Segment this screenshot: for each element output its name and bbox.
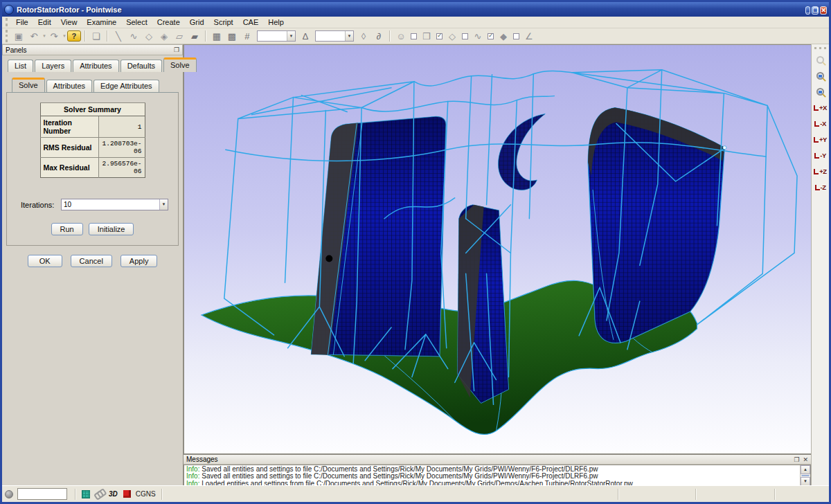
create-domain-icon[interactable]: ◇ bbox=[142, 30, 156, 43]
menu-examine[interactable]: Examine bbox=[82, 17, 121, 27]
scrollbar-thumb[interactable] bbox=[801, 475, 810, 476]
dimension-combobox-arrow-icon[interactable]: ▼ bbox=[287, 31, 295, 41]
titlebar[interactable]: RotorStatorRotor - Pointwise _❐✕ bbox=[2, 2, 829, 17]
dimension-icon[interactable]: # bbox=[240, 30, 254, 43]
angle-combobox[interactable]: ▼ bbox=[315, 30, 354, 42]
orient-icon[interactable]: ◊ bbox=[357, 30, 370, 43]
menu-view[interactable]: View bbox=[56, 17, 82, 27]
messages-close-icon[interactable]: ✕ bbox=[803, 456, 808, 463]
zoom-icon[interactable] bbox=[813, 53, 828, 67]
tab-attributes[interactable]: Attributes bbox=[73, 60, 118, 72]
view-minus-x-button[interactable]: -X bbox=[812, 117, 829, 131]
status-bar: 3D CGNS bbox=[2, 485, 829, 502]
view-plus-x-button[interactable]: +X bbox=[812, 101, 829, 115]
status-progress-field bbox=[17, 488, 67, 500]
view-toolbar-drag-handle[interactable] bbox=[814, 47, 827, 49]
mask-database-icon[interactable]: ☺ bbox=[394, 30, 408, 43]
status-separator bbox=[161, 489, 163, 500]
menu-grid[interactable]: Grid bbox=[185, 17, 209, 27]
redo-dropdown-icon[interactable]: ▼ bbox=[62, 34, 66, 38]
panels-title: Panels bbox=[6, 46, 174, 54]
angle-icon[interactable]: ∆ bbox=[298, 30, 312, 43]
axis-label: +Y bbox=[819, 136, 827, 143]
structured-grid-icon[interactable]: ▦ bbox=[210, 30, 224, 43]
run-button[interactable]: Run bbox=[51, 223, 83, 235]
toolbar-drag-handle[interactable] bbox=[6, 30, 9, 42]
menu-select[interactable]: Select bbox=[121, 17, 152, 27]
mask-block-icon[interactable]: ❒ bbox=[420, 30, 434, 43]
iterations-spinbox[interactable]: ▼ bbox=[61, 199, 168, 210]
viewport-3d-scene[interactable] bbox=[184, 45, 811, 453]
undo-dropdown-icon[interactable]: ▼ bbox=[42, 34, 46, 38]
subtab-edge-attributes[interactable]: Edge Attributes bbox=[93, 80, 159, 92]
create-unstructured-domain-icon[interactable]: ◈ bbox=[157, 30, 171, 43]
scroll-up-icon[interactable]: ▲ bbox=[801, 465, 810, 474]
unstructured-grid-icon[interactable]: ▩ bbox=[225, 30, 239, 43]
mask-domain-icon[interactable]: ◇ bbox=[445, 30, 459, 43]
axis-label: +X bbox=[819, 104, 827, 111]
mask-connector-checkbox[interactable] bbox=[488, 33, 494, 39]
dimension-combobox-value[interactable] bbox=[258, 31, 287, 41]
angle-combobox-arrow-icon[interactable]: ▼ bbox=[345, 31, 353, 41]
iterations-dropdown-icon[interactable]: ▼ bbox=[159, 199, 168, 210]
create-curve-icon[interactable]: ∿ bbox=[127, 30, 141, 43]
view-minus-y-button[interactable]: -Y bbox=[812, 149, 829, 163]
help-icon[interactable]: ? bbox=[67, 30, 81, 42]
tab-defaults[interactable]: Defaults bbox=[120, 60, 162, 72]
menu-drag-handle[interactable] bbox=[6, 18, 9, 27]
derivative-icon[interactable]: ∂ bbox=[372, 30, 386, 43]
undo-icon[interactable]: ↶ bbox=[27, 30, 41, 43]
messages-float-icon[interactable]: ❐ bbox=[794, 456, 799, 463]
close-button[interactable]: ✕ bbox=[820, 6, 827, 15]
subtab-attributes[interactable]: Attributes bbox=[46, 80, 92, 92]
viewport-3d[interactable] bbox=[184, 44, 811, 454]
panels-float-icon[interactable]: ❐ bbox=[174, 46, 179, 53]
mask-database-checkbox[interactable] bbox=[411, 33, 417, 39]
zoom-actual-size-icon[interactable] bbox=[813, 84, 828, 99]
redo-icon[interactable]: ↷ bbox=[47, 30, 61, 43]
ok-button[interactable]: OK bbox=[28, 255, 62, 267]
initialize-button[interactable]: Initialize bbox=[89, 223, 134, 235]
mask-domain-checkbox[interactable] bbox=[462, 33, 468, 39]
layers-icon[interactable]: ❏ bbox=[89, 30, 103, 43]
dimension-combobox[interactable]: ▼ bbox=[257, 30, 296, 42]
panels-titlebar[interactable]: Panels ❐ bbox=[2, 44, 183, 55]
create-connector-icon[interactable]: ╲ bbox=[111, 30, 125, 43]
mask-angle-icon[interactable]: ∠ bbox=[522, 30, 536, 43]
cancel-button[interactable]: Cancel bbox=[71, 255, 112, 267]
iterations-input[interactable] bbox=[62, 199, 159, 210]
menu-script[interactable]: Script bbox=[209, 17, 238, 27]
angle-combobox-value[interactable] bbox=[316, 31, 345, 41]
zoom-extents-icon[interactable] bbox=[813, 69, 828, 83]
menu-cae[interactable]: CAE bbox=[238, 17, 264, 27]
mask-spacing-checkbox[interactable] bbox=[513, 33, 519, 39]
apply-button[interactable]: Apply bbox=[120, 255, 158, 267]
menu-file[interactable]: File bbox=[11, 17, 33, 27]
restore-button[interactable]: ❐ bbox=[812, 6, 819, 15]
menu-create[interactable]: Create bbox=[152, 17, 185, 27]
tab-solve[interactable]: Solve bbox=[163, 57, 197, 72]
max-residual-value: 2.956576e-06 bbox=[99, 158, 145, 178]
messages-titlebar[interactable]: Messages ❐ ✕ bbox=[184, 455, 811, 465]
view-plus-y-button[interactable]: +Y bbox=[812, 133, 829, 147]
save-icon[interactable]: ▣ bbox=[12, 30, 26, 43]
rms-residual-value: 1.208703e-06 bbox=[99, 138, 145, 158]
log-text: Loaded entities and settings from file C… bbox=[199, 480, 632, 485]
menu-help[interactable]: Help bbox=[263, 17, 289, 27]
mask-block-checkbox[interactable] bbox=[436, 33, 443, 39]
selected-point-marker[interactable] bbox=[325, 255, 332, 262]
mask-connector-icon[interactable]: ∿ bbox=[471, 30, 485, 43]
mask-spacing-icon[interactable]: ◆ bbox=[497, 30, 510, 43]
tab-list[interactable]: List bbox=[8, 60, 33, 72]
minimize-button[interactable]: _ bbox=[805, 6, 810, 15]
subtab-solve[interactable]: Solve bbox=[12, 78, 45, 92]
view-plus-z-button[interactable]: +Z bbox=[812, 165, 829, 179]
menu-edit[interactable]: Edit bbox=[33, 17, 56, 27]
tab-layers[interactable]: Layers bbox=[35, 60, 71, 72]
assemble-face-icon[interactable]: ▱ bbox=[172, 30, 186, 43]
messages-scrollbar[interactable]: ▲ ▼ bbox=[800, 465, 810, 485]
view-minus-z-button[interactable]: -Z bbox=[812, 181, 829, 195]
axis-icon bbox=[814, 137, 819, 143]
assemble-block-icon[interactable]: ▰ bbox=[188, 30, 202, 43]
table-row: RMS Residual 1.208703e-06 bbox=[40, 138, 145, 158]
